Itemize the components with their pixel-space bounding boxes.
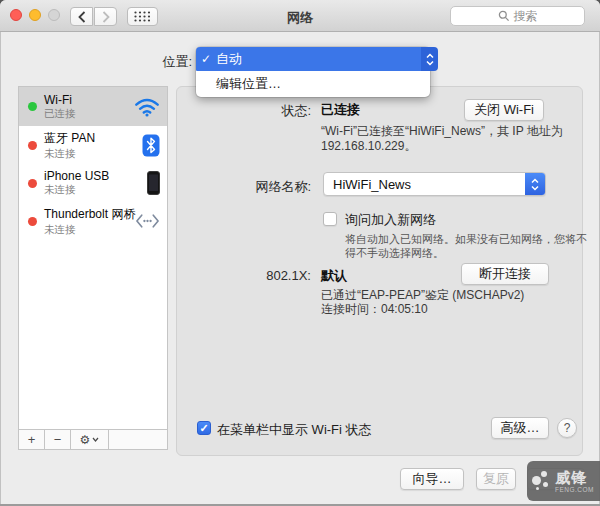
location-label: 位置: (90, 53, 192, 71)
chevron-up-down-icon (531, 178, 539, 191)
service-row-thunderbolt-bridge[interactable]: Thunderbolt 网桥 未连接 (19, 202, 167, 240)
bluetooth-icon (142, 134, 160, 157)
wifi-icon (134, 96, 160, 117)
gear-icon: ⚙ (80, 433, 91, 447)
status-dot-disconnected (28, 179, 37, 188)
status-dot-disconnected (28, 141, 37, 150)
status-dot-disconnected (28, 217, 37, 226)
feng-logo-icon (532, 470, 552, 492)
watermark-title: 威锋 (555, 470, 594, 486)
status-dot-connected (28, 102, 37, 111)
watermark-subtitle: FENG.COM (555, 486, 594, 493)
checkmark-icon: ✓ (196, 52, 216, 66)
network-preferences-window: 网络 搜索 位置: ✓ 自动 编辑位置… (0, 0, 600, 506)
search-icon (498, 10, 510, 22)
network-name-dropdown[interactable]: HiWiFi_News (323, 172, 546, 196)
popup-chevrons-cap[interactable] (421, 47, 438, 71)
remove-service-button[interactable]: − (45, 430, 71, 449)
status-value: 已连接 (321, 101, 360, 119)
ask-join-checkbox[interactable] (323, 212, 337, 226)
revert-button[interactable]: 复原 (476, 468, 516, 490)
service-row-wifi[interactable]: Wi-Fi 已连接 (19, 87, 167, 126)
chevron-up-down-icon (426, 53, 434, 66)
location-popup-menu: ✓ 自动 编辑位置… (196, 47, 430, 97)
dropdown-chevrons-cap (525, 173, 545, 195)
network-name-value: HiWiFi_News (333, 177, 525, 192)
sidebar-action-bar: + − ⚙ (19, 429, 167, 449)
disconnect-button[interactable]: 断开连接 (461, 263, 549, 285)
detail-panel: 状态: 已连接 关闭 Wi-Fi “Wi-Fi”已连接至“HiWiFi_News… (176, 86, 583, 456)
minus-icon: − (54, 432, 62, 447)
dot1x-auth-text: 已通过“EAP-PEAP”鉴定 (MSCHAPv2) (321, 288, 524, 303)
dot1x-value: 默认 (321, 267, 347, 285)
service-actions-button[interactable]: ⚙ (71, 430, 109, 449)
ask-join-label: 询问加入新网络 (345, 211, 436, 229)
advanced-button[interactable]: 高级… (491, 417, 549, 439)
plus-icon: + (28, 432, 36, 447)
search-field[interactable]: 搜索 (450, 6, 585, 26)
show-wifi-menubar-checkbox[interactable]: ✓ (197, 421, 211, 435)
service-row-iphone-usb[interactable]: iPhone USB 未连接 (19, 164, 167, 202)
services-sidebar: Wi-Fi 已连接 蓝牙 PAN 未连接 (18, 86, 168, 450)
show-wifi-menubar-label: 在菜单栏中显示 Wi-Fi 状态 (217, 421, 372, 439)
assist-me-button[interactable]: 向导… (400, 468, 464, 490)
location-menu-item-automatic[interactable]: ✓ 自动 (196, 47, 430, 71)
feng-watermark: 威锋 FENG.COM (527, 461, 600, 501)
network-name-label: 网络名称: (177, 178, 311, 196)
status-description: “Wi-Fi”已连接至“HiWiFi_News”，其 IP 地址为 192.16… (321, 124, 563, 154)
toolbar: 网络 搜索 (0, 0, 600, 32)
iphone-icon (147, 171, 160, 195)
ask-join-help-text: 将自动加入已知网络。如果没有已知网络，您将不 得不手动选择网络。 (345, 232, 587, 260)
turn-wifi-off-button[interactable]: 关闭 Wi-Fi (464, 99, 544, 121)
help-button[interactable]: ? (557, 418, 577, 438)
chevron-down-icon (92, 437, 99, 442)
status-label: 状态: (177, 102, 311, 120)
thunderbolt-bridge-icon (135, 213, 160, 229)
checkmark-icon: ✓ (199, 422, 208, 435)
dot1x-label: 802.1X: (177, 268, 311, 283)
add-service-button[interactable]: + (19, 430, 45, 449)
location-menu-item-edit[interactable]: 编辑位置… (196, 71, 430, 97)
dot1x-time-text: 连接时间：04:05:10 (321, 302, 428, 317)
search-placeholder: 搜索 (514, 8, 538, 25)
service-row-bluetooth-pan[interactable]: 蓝牙 PAN 未连接 (19, 126, 167, 164)
